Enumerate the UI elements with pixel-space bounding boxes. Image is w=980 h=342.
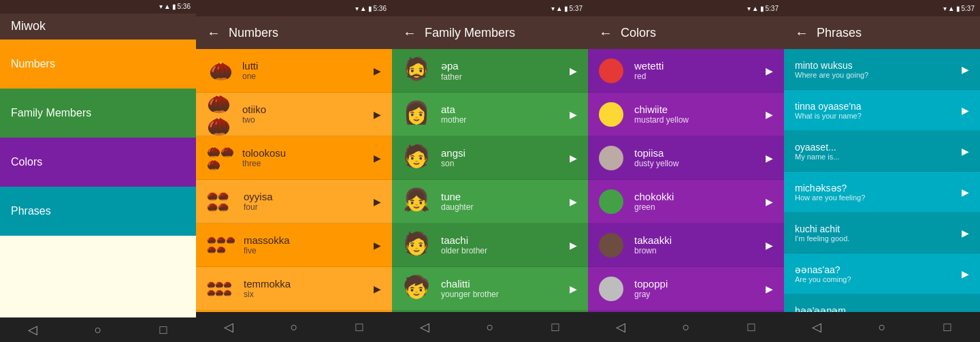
top-bar-phrases: ← Phrases: [784, 16, 980, 49]
color-text-3: topiisa dusty yellow: [634, 147, 766, 168]
recent-button-5[interactable]: □: [934, 320, 961, 335]
menu-item-family[interactable]: Family Members: [0, 89, 196, 138]
menu-item-phrases[interactable]: Phrases: [0, 187, 196, 236]
color-item-dustyyellow[interactable]: topiisa dusty yellow ▶: [588, 136, 784, 180]
family-item[interactable]: 🧑 angsi son ▶: [392, 136, 588, 180]
list-item[interactable]: 🌰🌰🌰🌰🌰🌰🌰 kenekaku seven ▶: [196, 311, 392, 312]
home-button-2[interactable]: ○: [280, 320, 308, 335]
family-text-4: tune daughter: [441, 191, 570, 212]
family-sub-4: daughter: [441, 202, 570, 212]
chevron-2: ▶: [374, 109, 381, 120]
list-item[interactable]: 🌰🌰 otiiko two ▶: [196, 93, 392, 136]
phrases-title: Phrases: [817, 26, 862, 40]
chevron-1: ▶: [374, 65, 381, 76]
status-bar-4: ▾ ▲ ▮ 5:37: [588, 0, 784, 16]
color-item-yellow[interactable]: chiwiite mustard yellow ▶: [588, 93, 784, 136]
back-button-5[interactable]: ◁: [803, 320, 830, 335]
fchevron-6: ▶: [570, 283, 577, 294]
cchevron-2: ▶: [766, 109, 773, 120]
phrase-item-5[interactable]: kuchi achit I'm feeling good. ▶: [784, 213, 980, 253]
family-item[interactable]: 🧔 əpa father ▶: [392, 49, 588, 93]
acorn-icon-6: 🌰🌰🌰🌰🌰🌰: [207, 275, 235, 302]
fchevron-5: ▶: [570, 240, 577, 251]
recent-button-4[interactable]: □: [738, 320, 765, 335]
family-item[interactable]: 👩 tete older sister ▶: [392, 311, 588, 312]
item-sub-5: five: [244, 246, 374, 255]
phrases-list: minto wuksus Where are you going? ▶ tinn…: [784, 49, 980, 312]
menu-item-numbers[interactable]: Numbers: [0, 40, 196, 89]
back-button-2[interactable]: ◁: [215, 320, 242, 335]
color-sub-3: dusty yellow: [634, 159, 766, 168]
color-item-red[interactable]: wetetti red ▶: [588, 49, 784, 93]
signal-icon: ▾: [159, 3, 163, 10]
back-button-3[interactable]: ◁: [411, 320, 438, 335]
battery-icon-3: ▮: [564, 5, 568, 12]
top-bar-family: ← Family Members: [392, 16, 588, 49]
signal-icon-2: ▾: [355, 5, 359, 12]
color-item-green[interactable]: chokokki green ▶: [588, 180, 784, 223]
back-button-4[interactable]: ◁: [607, 320, 634, 335]
item-text-2: otiiko two: [242, 104, 374, 125]
bottom-nav-1: ◁ ○ □: [0, 317, 196, 342]
time-5: 5:37: [962, 5, 975, 12]
phrase-item-7[interactable]: həə'əənəm Yes, I'm coming. ▶: [784, 294, 980, 312]
family-item[interactable]: 🧑 taachi older brother ▶: [392, 223, 588, 267]
back-arrow-phrases[interactable]: ←: [795, 25, 808, 41]
family-item[interactable]: 👩 ata mother ▶: [392, 93, 588, 136]
father-icon: 🧔: [403, 56, 433, 86]
status-icons-3: ▾ ▲ ▮ 5:37: [551, 5, 583, 12]
signal-icon-4: ▾: [747, 5, 751, 12]
menu-item-colors[interactable]: Colors: [0, 138, 196, 187]
swatch-red: [599, 59, 623, 83]
color-name-5: takaakki: [634, 234, 766, 246]
family-name-1: əpa: [441, 60, 570, 72]
list-item[interactable]: 🌰🌰🌰🌰🌰🌰 temmokka six ▶: [196, 267, 392, 311]
swatch-brown: [599, 233, 623, 258]
back-arrow-family[interactable]: ←: [403, 25, 416, 41]
signal-icon-5: ▾: [943, 5, 947, 12]
phrase-text-2: tinna oyaase'na What is your name?: [795, 101, 962, 120]
color-text-6: topoppi gray: [634, 278, 766, 299]
chevron-3: ▶: [374, 153, 381, 164]
family-text-5: taachi older brother: [441, 234, 570, 255]
phrase-item-6[interactable]: əənas'aa? Are you coming? ▶: [784, 253, 980, 294]
panel-colors: ▾ ▲ ▮ 5:37 ← Colors wetetti red ▶ chiwii…: [588, 0, 784, 342]
phrase-item-1[interactable]: minto wuksus Where are you going? ▶: [784, 49, 980, 90]
family-list: 🧔 əpa father ▶ 👩 ata mother ▶ 🧑 angsi so…: [392, 49, 588, 312]
recent-button-1[interactable]: □: [150, 323, 177, 337]
color-name-2: chiwiite: [634, 104, 766, 115]
recent-button-2[interactable]: □: [346, 320, 373, 335]
color-item-gray[interactable]: topoppi gray ▶: [588, 267, 784, 311]
status-icons-2: ▾ ▲ ▮ 5:36: [355, 5, 387, 12]
family-item[interactable]: 🧒 chalitti younger brother ▶: [392, 267, 588, 311]
family-title: Family Members: [425, 26, 515, 40]
family-sub-5: older brother: [441, 246, 570, 255]
status-bar-5: ▾ ▲ ▮ 5:37: [784, 0, 980, 16]
family-text-6: chalitti younger brother: [441, 278, 570, 299]
fchevron-4: ▶: [570, 196, 577, 207]
phrase-item-4[interactable]: michəksəs? How are you feeling? ▶: [784, 172, 980, 213]
color-item-brown[interactable]: takaakki brown ▶: [588, 223, 784, 267]
back-arrow-numbers[interactable]: ←: [207, 25, 220, 41]
home-button-3[interactable]: ○: [476, 320, 504, 335]
recent-button-3[interactable]: □: [542, 320, 569, 335]
back-button-1[interactable]: ◁: [19, 322, 46, 337]
phrase-name-5: kuchi achit: [795, 223, 962, 234]
colors-title: Colors: [621, 26, 656, 40]
home-button-4[interactable]: ○: [672, 320, 700, 335]
time-4: 5:37: [766, 5, 779, 12]
phrase-item-2[interactable]: tinna oyaase'na What is your name? ▶: [784, 90, 980, 131]
list-item[interactable]: 🌰🌰🌰🌰 oyyisa four ▶: [196, 180, 392, 223]
family-sub-6: younger brother: [441, 290, 570, 299]
pchevron-1: ▶: [962, 64, 969, 75]
home-button-5[interactable]: ○: [868, 320, 896, 335]
back-arrow-colors[interactable]: ←: [599, 25, 612, 41]
item-name-2: otiiko: [242, 104, 374, 115]
list-item[interactable]: 🌰🌰🌰🌰🌰 massokka five ▶: [196, 223, 392, 267]
phrase-item-3[interactable]: oyaaset... My name is... ▶: [784, 131, 980, 172]
family-item[interactable]: 👧 tune daughter ▶: [392, 180, 588, 223]
list-item[interactable]: 🌰🌰🌰 tolookosu three ▶: [196, 136, 392, 180]
list-item[interactable]: 🌰 lutti one ▶: [196, 49, 392, 93]
swatch-dustyyellow: [599, 146, 623, 170]
home-button-1[interactable]: ○: [84, 323, 112, 337]
